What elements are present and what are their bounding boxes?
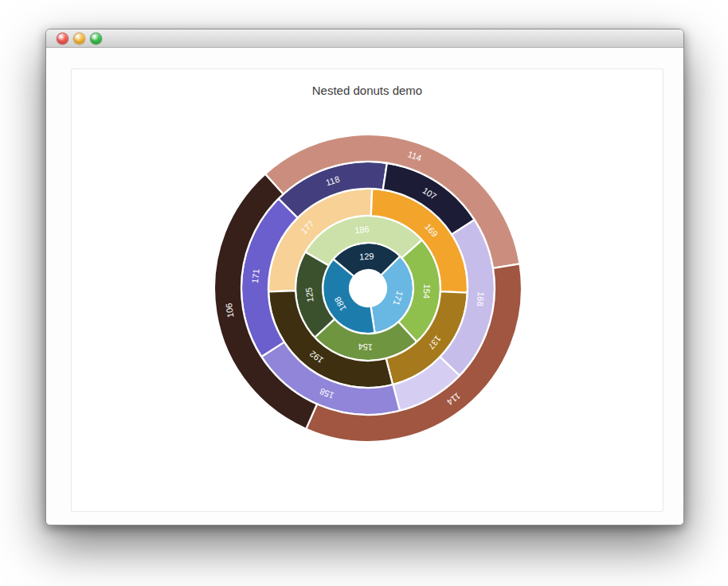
screenshot-background: Nested donuts demo 129171188186154154125…	[0, 0, 728, 586]
close-button[interactable]	[57, 33, 68, 45]
window-content: Nested donuts demo 129171188186154154125…	[46, 48, 683, 525]
donut-center-hole	[350, 270, 386, 307]
app-window: Nested donuts demo 129171188186154154125…	[45, 29, 684, 525]
minimize-button[interactable]	[73, 33, 85, 45]
zoom-button[interactable]	[90, 33, 102, 45]
traffic-lights	[57, 33, 102, 45]
nested-donut-chart: 1291711881861541541251771691371921181071…	[72, 69, 663, 511]
window-titlebar[interactable]	[46, 29, 683, 48]
chart-panel: Nested donuts demo 129171188186154154125…	[71, 68, 663, 512]
